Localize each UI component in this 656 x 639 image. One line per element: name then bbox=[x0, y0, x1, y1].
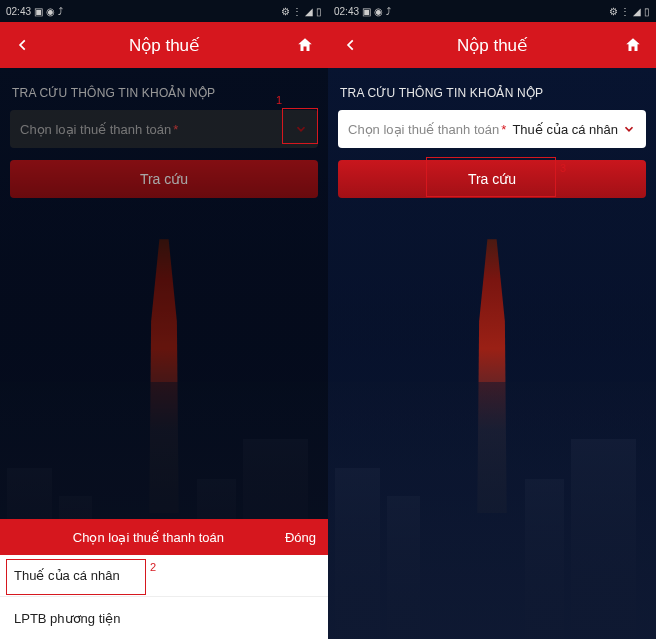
status-left-icons: ▣ ◉ ⤴ bbox=[34, 6, 63, 17]
page-title: Nộp thuế bbox=[34, 35, 294, 56]
picker-item-personal-tax[interactable]: Thuế của cá nhân bbox=[0, 555, 328, 597]
app-header: Nộp thuế bbox=[328, 22, 656, 68]
status-bar: 02:43 ▣ ◉ ⤴ ⚙ ⋮ ◢ ▯ bbox=[0, 0, 328, 22]
annotation-label-3: 3 bbox=[560, 162, 566, 174]
picker-sheet: Chọn loại thuế thanh toán Đóng Thuế của … bbox=[0, 519, 328, 639]
back-icon[interactable] bbox=[340, 34, 362, 56]
picker-item-vehicle-fee[interactable]: LPTB phương tiện bbox=[0, 597, 328, 639]
status-left-icons: ▣ ◉ ⤴ bbox=[362, 6, 391, 17]
status-bar: 02:43 ▣ ◉ ⤴ ⚙ ⋮ ◢ ▯ bbox=[328, 0, 656, 22]
content-area: TRA CỨU THÔNG TIN KHOẢN NỘP Chọn loại th… bbox=[0, 68, 328, 639]
annotation-label-2: 2 bbox=[150, 561, 156, 573]
select-value: Thuế của cá nhân bbox=[512, 122, 636, 137]
picker-header: Chọn loại thuế thanh toán Đóng bbox=[0, 519, 328, 555]
app-header: Nộp thuế bbox=[0, 22, 328, 68]
picker-item-label: Thuế của cá nhân bbox=[14, 568, 120, 583]
status-right-icons: ⚙ ⋮ ◢ ▯ bbox=[281, 6, 322, 17]
section-label: TRA CỨU THÔNG TIN KHOẢN NỘP bbox=[340, 86, 646, 100]
search-button-label: Tra cứu bbox=[468, 171, 516, 187]
search-button[interactable]: Tra cứu bbox=[338, 160, 646, 198]
picker-title: Chọn loại thuế thanh toán bbox=[12, 530, 285, 545]
back-icon[interactable] bbox=[12, 34, 34, 56]
page-title: Nộp thuế bbox=[362, 35, 622, 56]
chevron-down-icon bbox=[622, 122, 636, 136]
home-icon[interactable] bbox=[294, 34, 316, 56]
home-icon[interactable] bbox=[622, 34, 644, 56]
status-right-icons: ⚙ ⋮ ◢ ▯ bbox=[609, 6, 650, 17]
select-placeholder: Chọn loại thuế thanh toán bbox=[348, 122, 499, 137]
tax-type-select[interactable]: Chọn loại thuế thanh toán * Thuế của cá … bbox=[338, 110, 646, 148]
annotation-label-1: 1 bbox=[276, 94, 282, 106]
phone-screen-1: 02:43 ▣ ◉ ⤴ ⚙ ⋮ ◢ ▯ Nộp thuế TRA CỨU THÔ… bbox=[0, 0, 328, 639]
required-mark: * bbox=[501, 122, 506, 137]
picker-close-button[interactable]: Đóng bbox=[285, 530, 316, 545]
phone-screen-2: 02:43 ▣ ◉ ⤴ ⚙ ⋮ ◢ ▯ Nộp thuế TRA CỨU THÔ… bbox=[328, 0, 656, 639]
status-time: 02:43 bbox=[334, 6, 359, 17]
picker-item-label: LPTB phương tiện bbox=[14, 611, 120, 626]
content-area: TRA CỨU THÔNG TIN KHOẢN NỘP Chọn loại th… bbox=[328, 68, 656, 639]
status-time: 02:43 bbox=[6, 6, 31, 17]
